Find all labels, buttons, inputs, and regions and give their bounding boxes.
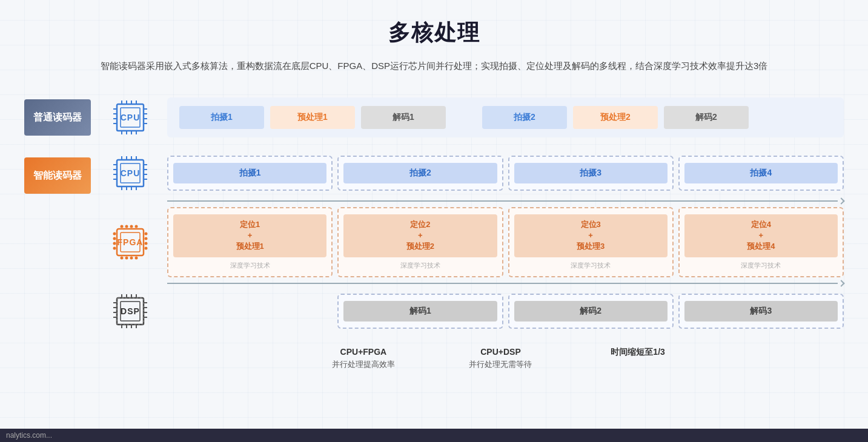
smart-cpu-block-4: 拍摄4 [684, 163, 838, 183]
svg-point-45 [135, 256, 138, 259]
smart-cpu-card-1: 拍摄1 [167, 156, 333, 191]
smart-cpu-card-4: 拍摄4 [678, 156, 844, 191]
normal-block-4: 拍摄2 [482, 106, 567, 129]
footer-spacer-2 [706, 345, 844, 371]
svg-point-49 [113, 246, 116, 249]
smart-fpga-sub-1: 深度学习技术 [173, 261, 326, 270]
arrow-line-1 [167, 200, 838, 202]
normal-cpu-label: CPU [121, 113, 141, 122]
svg-point-47 [113, 237, 116, 240]
smart-cpu-block-1: 拍摄1 [173, 163, 326, 183]
smart-cpu-card-2: 拍摄2 [337, 156, 503, 191]
smart-cpu-block-2: 拍摄2 [343, 163, 497, 183]
svg-point-40 [130, 225, 133, 228]
normal-block-6: 解码2 [664, 106, 749, 129]
smart-dsp-row: DSP 解码1 解码2 [103, 289, 844, 333]
svg-point-43 [125, 256, 128, 259]
smart-cpu-row: CPU 拍摄1 拍摄2 拍摄3 [103, 151, 844, 195]
smart-dsp-empty [167, 294, 333, 329]
smart-cpu-chip-wrapper: CPU [103, 151, 157, 195]
smart-dsp-chip-wrapper: DSP [103, 289, 157, 333]
page-subtitle: 智能读码器采用嵌入式多核算法，重构数据流在底层CPU、FPGA、DSP运行芯片间… [24, 58, 844, 74]
svg-point-38 [121, 225, 124, 228]
smart-fpga-block-4: 定位4+预处理4 [684, 214, 838, 257]
svg-point-46 [113, 232, 116, 235]
smart-fpga-sub-3: 深度学习技术 [514, 261, 668, 270]
status-url: nalytics.com... [6, 431, 52, 440]
svg-point-48 [113, 242, 116, 245]
footer-item-1: CPU+FPGA 并行处理提高效率 [295, 345, 432, 371]
svg-point-42 [121, 256, 124, 259]
smart-fpga-row: FPGA 定位1+预处理1 深度学习技术 定位2+预处理2 深度学习技术 [103, 207, 844, 277]
smart-cpu-blocks: 拍摄1 拍摄2 拍摄3 拍摄4 [167, 156, 844, 191]
footer-item-1-main: CPU+FPGA [295, 345, 432, 358]
smart-fpga-block-1: 定位1+预处理1 [173, 214, 326, 257]
normal-reader-label: 普通读码器 [24, 99, 91, 136]
smart-fpga-sub-4: 深度学习技术 [684, 261, 838, 270]
smart-fpga-block-2: 定位2+预处理2 [343, 214, 497, 257]
arrow-head-1 [838, 197, 844, 204]
footer-spacer-1 [157, 345, 295, 371]
arrow-row-1 [103, 199, 844, 203]
status-bar: nalytics.com... [0, 429, 868, 442]
normal-reader-label-col: 普通读码器 [24, 99, 91, 136]
smart-cpu-card-3: 拍摄3 [508, 156, 674, 191]
smart-fpga-card-1: 定位1+预处理1 深度学习技术 [167, 207, 333, 277]
smart-dsp-block-4: 解码3 [684, 301, 838, 322]
svg-point-44 [130, 256, 133, 259]
page-title: 多核处理 [24, 18, 844, 48]
arrow-line-2 [167, 283, 838, 284]
normal-block-5: 预处理2 [573, 106, 658, 129]
smart-cpu-chip: CPU [108, 151, 152, 195]
diagram-wrapper: 普通读码器 [24, 96, 844, 333]
smart-dsp-block-3: 解码2 [514, 301, 668, 322]
svg-point-52 [145, 242, 148, 245]
smart-fpga-sub-2: 深度学习技术 [343, 261, 497, 270]
smart-fpga-label: FPGA [118, 237, 144, 247]
smart-fpga-block-3: 定位3+预处理3 [514, 214, 668, 257]
footer-item-3-main: 时间缩短至1/3 [569, 345, 707, 358]
normal-reader-row: 普通读码器 [24, 96, 844, 139]
arrow-head-2 [838, 280, 844, 286]
smart-dsp-blocks: 解码1 解码2 解码3 [167, 294, 844, 329]
smart-dsp-card-4: 解码3 [678, 294, 844, 329]
arrow-row-2 [103, 281, 844, 286]
smart-dsp-chip: DSP [108, 289, 152, 333]
smart-chips-content: CPU 拍摄1 拍摄2 拍摄3 [103, 151, 844, 333]
footer-item-2-main: CPU+DSP [432, 345, 569, 358]
normal-block-2: 预处理1 [270, 106, 355, 129]
smart-reader-section: 智能读码器 [24, 151, 844, 333]
normal-block-1: 拍摄1 [179, 106, 264, 129]
svg-point-50 [145, 232, 148, 235]
smart-cpu-label: CPU [121, 168, 141, 178]
smart-label-row: 智能读码器 [24, 151, 844, 333]
svg-point-53 [145, 246, 148, 249]
normal-block-3: 解码1 [361, 106, 446, 129]
smart-fpga-card-4: 定位4+预处理4 深度学习技术 [678, 207, 844, 277]
smart-fpga-chip: FPGA [108, 220, 152, 264]
smart-reader-label: 智能读码器 [24, 157, 91, 194]
normal-cpu-chip: CPU [108, 96, 152, 139]
smart-dsp-label: DSP [121, 306, 140, 316]
svg-point-51 [145, 237, 148, 240]
smart-dsp-block-2: 解码1 [343, 301, 497, 322]
svg-point-41 [135, 225, 138, 228]
smart-fpga-chip-wrapper: FPGA [103, 220, 157, 264]
footer-item-3: 时间缩短至1/3 [569, 345, 707, 371]
footer-item-1-sub: 并行处理提高效率 [295, 358, 432, 371]
footer-labels: CPU+FPGA 并行处理提高效率 CPU+DSP 并行处理无需等待 时间缩短至… [24, 345, 844, 371]
smart-fpga-card-2: 定位2+预处理2 深度学习技术 [337, 207, 503, 277]
normal-reader-blocks: 拍摄1 预处理1 解码1 拍摄2 预处理2 解码2 [167, 97, 844, 137]
svg-point-39 [125, 225, 128, 228]
smart-fpga-blocks: 定位1+预处理1 深度学习技术 定位2+预处理2 深度学习技术 定位3+预处理3… [167, 207, 844, 277]
smart-dsp-card-3: 解码2 [508, 294, 674, 329]
footer-item-2-sub: 并行处理无需等待 [432, 358, 569, 371]
footer-item-2: CPU+DSP 并行处理无需等待 [432, 345, 569, 371]
smart-fpga-card-3: 定位3+预处理3 深度学习技术 [508, 207, 674, 277]
smart-dsp-card-2: 解码1 [337, 294, 503, 329]
smart-cpu-block-3: 拍摄3 [514, 163, 668, 183]
normal-cpu-chip-wrapper: CPU [103, 96, 157, 139]
smart-label-col: 智能读码器 [24, 151, 91, 194]
